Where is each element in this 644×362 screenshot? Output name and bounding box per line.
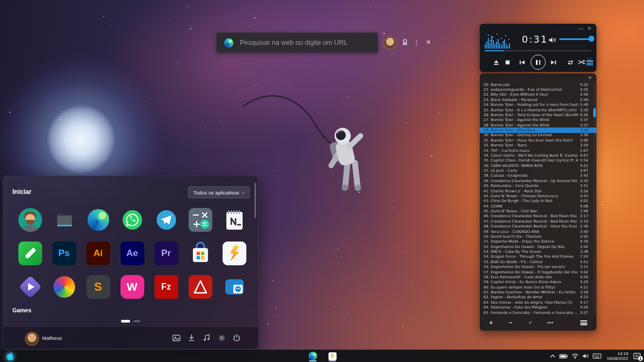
hidden-icons-chevron-icon[interactable]	[550, 354, 555, 358]
playlist-item[interactable]: 58. Eros Ramazzotti - Cose della vita4:5…	[480, 274, 596, 279]
green-notes-app-icon[interactable]	[17, 240, 43, 266]
playlist-item[interactable]: 34. Calvin Harris - We'll Be Coming Back…	[480, 153, 596, 158]
volume-knob[interactable]	[588, 36, 594, 42]
player-close-button[interactable]: ✕	[586, 25, 593, 32]
volume-slider[interactable]	[559, 38, 592, 40]
taskbar-clock[interactable]: 14:19 15/08/2022	[607, 351, 628, 361]
playlist-item[interactable]: 38. Cazuza - Exagerado3:42	[480, 173, 596, 178]
start-button-apple-icon[interactable]	[4, 351, 16, 361]
player-minimize-button[interactable]: —	[577, 25, 585, 32]
photoshop-app-icon[interactable]	[51, 240, 77, 266]
playlist-misc-button[interactable]: ⋯	[545, 318, 555, 327]
microsoft-store-app-icon[interactable]	[187, 240, 213, 266]
playlist-item[interactable]: 43. Chris De Burgh - The Lady In Red4:05	[480, 199, 596, 204]
playlist-item[interactable]: 49. Vera Loca - CUIDADO ANA3:40	[480, 229, 596, 234]
playlist-item[interactable]: 55. Bidê Ou Balde - P.S.: Calma!4:51	[480, 259, 596, 264]
stop-button[interactable]	[503, 58, 512, 66]
playlist-item[interactable]: 64. Falamansa - Xote dos Milagres4:26	[480, 305, 596, 310]
playlist-item[interactable]: 42. Guns N' Roses - Chinese Democracy4:4…	[480, 193, 596, 198]
playlist-item[interactable]: 25. Bonnie Tyler - It s a Heartache (Bor…	[480, 108, 596, 112]
user-avatar-app-icon[interactable]	[17, 207, 43, 233]
playlist-item[interactable]: 40. Raimundos - Cera Quente3:51	[480, 184, 596, 189]
playlist-item[interactable]: 48. Creedence Clearwater Revival - Have …	[480, 224, 596, 229]
playlist-item[interactable]: 62. Fagner - Borbulhas de Amor4:10	[480, 295, 596, 300]
previous-button[interactable]	[518, 58, 526, 66]
camera-app-icon[interactable]	[222, 274, 247, 300]
seek-bar[interactable]	[485, 50, 592, 51]
playlist-item[interactable]: 32. Bonnie Tyler - Tears3:50	[480, 143, 596, 148]
playlist-item[interactable]: 44. CIÚME4:08	[480, 204, 596, 209]
repeat-icon[interactable]	[566, 58, 575, 66]
playlist-select-button[interactable]: ✓	[525, 318, 536, 327]
taskbar-edge-button[interactable]	[306, 350, 320, 362]
whatsapp-app-icon[interactable]	[119, 207, 145, 233]
photos-app-icon[interactable]	[51, 274, 77, 300]
profile-avatar[interactable]	[384, 36, 397, 49]
playlist-item[interactable]: 39. Creedence Clearwater Revival - Up Ar…	[480, 178, 596, 183]
notification-center-icon[interactable]: 1	[632, 352, 642, 360]
playlist-item[interactable]: 23. Black Sabbath - Paranoid2:49	[480, 97, 596, 102]
after-effects-app-icon[interactable]	[119, 240, 145, 266]
wampserver-app-icon[interactable]	[119, 274, 145, 300]
calculator-app-icon[interactable]	[187, 207, 213, 233]
pause-button[interactable]	[531, 55, 546, 70]
playlist-item[interactable]: 36. CARA VALENTE- MARIA RITA4:51	[480, 163, 596, 168]
playlist-item[interactable]: 54. Dragon Force - Through The Fire And …	[480, 254, 596, 259]
speaker-icon[interactable]	[548, 36, 556, 42]
notepad-app-icon[interactable]	[222, 207, 247, 233]
illustrator-app-icon[interactable]	[85, 240, 111, 266]
playlist-item[interactable]: 46. Creedence Clearwater Revival - Bad M…	[480, 214, 596, 219]
playlist-item[interactable]: 53. DNCE - Cake By The Ocean3:38	[480, 249, 596, 254]
settings-icon[interactable]	[217, 333, 226, 342]
user-avatar[interactable]	[25, 332, 39, 346]
next-button[interactable]	[549, 58, 558, 66]
power-icon[interactable]	[232, 333, 241, 342]
playlist-scrollbar[interactable]	[593, 82, 596, 316]
taskbar-winamp-button[interactable]	[325, 350, 339, 362]
playlist-item[interactable]: 57. Engenheiros Do Hawaii - O Vagabundo …	[480, 270, 596, 274]
file-explorer-app-icon[interactable]	[51, 207, 77, 233]
battery-icon[interactable]	[559, 354, 568, 359]
telegram-app-icon[interactable]	[153, 207, 179, 233]
shuffle-icon[interactable]	[577, 58, 586, 66]
playlist-item[interactable]: 30. Bonnie Tyler - Getting So Excited3:3…	[480, 133, 596, 138]
playlist-item[interactable]: 37. LS Jack - Carla4:07	[480, 168, 596, 173]
volume-icon[interactable]	[582, 353, 589, 359]
player-expand-chevron-icon[interactable]	[587, 53, 593, 57]
search-input[interactable]: Pesquisar na web ou digite um URL	[216, 32, 378, 53]
playlist-item[interactable]: 31. Bonnie Tyler - Have You Ever Seen th…	[480, 138, 596, 143]
close-search-icon[interactable]: ✕	[424, 37, 433, 48]
edge-app-icon[interactable]	[85, 207, 111, 233]
winamp-app-icon[interactable]	[222, 240, 247, 266]
playlist-item[interactable]: 61. Bandas Gaúchas - Wander Wildner - Eu…	[480, 290, 596, 294]
playlist-item[interactable]: 52. Engenheiros Do Hawaii - Depois De Nó…	[480, 244, 596, 249]
playlist-item[interactable]: 50. David Gue Ft Sia - Titanium4:05	[480, 234, 596, 239]
playlist-item[interactable]: 60. Eu quero sempre mais (Ira & Pitty)4:…	[480, 285, 596, 290]
playlist-scrollbar-thumb[interactable]	[593, 108, 596, 117]
music-icon[interactable]	[202, 333, 211, 342]
playlist-item[interactable]: 47. Creedence Clearwater Revival - Bad M…	[480, 219, 596, 224]
playlist-add-button[interactable]: +	[486, 318, 497, 327]
playlist-item[interactable]: 63. fala mansa - xote da alegria -Fala M…	[480, 300, 596, 305]
playlist-item[interactable]: 27. Bonnie Tyler - Against the Wind3:37	[480, 118, 596, 123]
playlist-item[interactable]: 29. Bonnie Tyler - Bitterblue3:49	[480, 128, 596, 132]
downloads-icon[interactable]	[187, 333, 196, 342]
playlist-item[interactable]: 51. Depeche Mode - Enjoy the Silence4:16	[480, 239, 596, 244]
all-apps-button[interactable]: Todos os aplicativos ›	[188, 186, 250, 198]
rewards-icon[interactable]	[400, 37, 410, 48]
playlist-close-button[interactable]: ✕	[587, 75, 593, 82]
playlist-item[interactable]: 26. Bonnie Tyler - Total Eclipse of the …	[480, 112, 596, 117]
sublime-text-app-icon[interactable]	[85, 274, 111, 300]
filezilla-app-icon[interactable]	[153, 274, 179, 300]
playlist-item[interactable]: 20. Barracuda4:22	[480, 82, 596, 87]
eject-button[interactable]	[492, 58, 500, 66]
acrobat-reader-app-icon[interactable]	[187, 274, 213, 300]
playlist-listopts-button[interactable]	[580, 320, 587, 326]
playlist-toggle-icon[interactable]	[586, 61, 593, 66]
playlist-item[interactable]: 35. Capital Cities - Farrah Fawcett Hair…	[480, 158, 596, 163]
playlist-item[interactable]: 59. Capital Inicial - Eu Nunca Disse Ade…	[480, 280, 596, 285]
keyboard-icon[interactable]	[593, 353, 601, 359]
playlist-item[interactable]: 24. Bonnie Tyler - Holding out for a Her…	[480, 103, 596, 108]
page-dot-active[interactable]	[121, 320, 130, 323]
playlist-item[interactable]: 45. Guns N' Roses - Civil War7:40	[480, 209, 596, 213]
